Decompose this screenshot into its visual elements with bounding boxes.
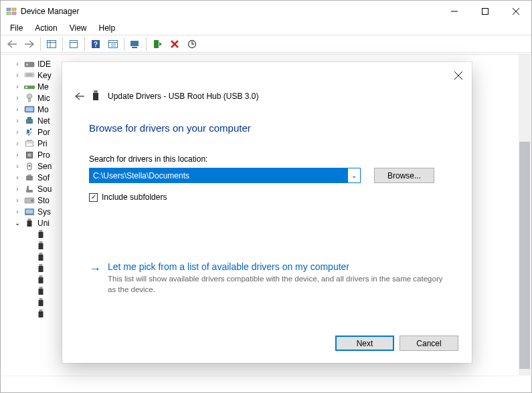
chevron-right-icon[interactable]: ›	[13, 117, 21, 124]
category-icon	[24, 116, 35, 126]
chevron-right-icon[interactable]: ›	[13, 83, 21, 90]
browse-button[interactable]: Browse...	[374, 168, 434, 183]
update-button[interactable]	[184, 36, 200, 52]
menubar: File Action View Help	[1, 21, 531, 35]
chevron-down-icon[interactable]: ⌄	[13, 219, 21, 227]
svg-rect-57	[27, 214, 31, 215]
svg-rect-52	[26, 190, 33, 192]
chevron-right-icon[interactable]: ›	[13, 185, 21, 192]
back-button[interactable]	[4, 36, 20, 52]
tree-item-label: Pri	[37, 139, 48, 148]
chevron-right-icon[interactable]: ›	[13, 60, 21, 68]
dialog-back-button[interactable]	[73, 92, 85, 101]
usb-icon	[37, 298, 44, 307]
svg-rect-81	[96, 91, 98, 92]
svg-rect-2	[7, 12, 11, 15]
path-value[interactable]: C:\Users\Stella\Documents	[90, 168, 348, 182]
chevron-down-icon[interactable]: ⌄	[348, 172, 360, 179]
category-icon	[24, 139, 35, 148]
checkbox-icon[interactable]: ✓	[89, 193, 98, 202]
menu-help[interactable]: Help	[94, 22, 121, 34]
svg-rect-68	[39, 275, 43, 277]
chevron-right-icon[interactable]: ›	[13, 208, 21, 215]
window-controls	[439, 1, 531, 21]
svg-rect-56	[26, 209, 33, 213]
app-icon	[6, 6, 17, 17]
svg-rect-20	[132, 47, 137, 48]
svg-rect-50	[26, 176, 33, 180]
pick-title: Let me pick from a list of available dri…	[108, 261, 445, 272]
svg-rect-37	[27, 117, 31, 119]
dialog-close-button[interactable]	[452, 69, 465, 82]
tree-item-label: Pro	[37, 150, 50, 160]
chevron-right-icon[interactable]: ›	[13, 151, 21, 158]
category-icon	[24, 207, 35, 217]
next-button[interactable]: Next	[335, 336, 394, 351]
dialog-buttons: Next Cancel	[335, 336, 458, 351]
cancel-button[interactable]: Cancel	[400, 336, 458, 351]
chevron-right-icon[interactable]: ›	[13, 140, 21, 147]
chevron-right-icon[interactable]: ›	[13, 106, 21, 113]
help-button[interactable]: ?	[88, 36, 104, 52]
scroll-thumb[interactable]	[519, 142, 530, 369]
svg-rect-72	[39, 298, 43, 300]
svg-rect-66	[39, 264, 43, 266]
svg-rect-36	[26, 119, 33, 124]
tree-item-label: Sto	[37, 196, 50, 205]
chevron-right-icon[interactable]: ›	[13, 72, 21, 79]
chevron-right-icon[interactable]: ›	[13, 94, 21, 102]
svg-rect-35	[26, 107, 33, 111]
category-icon	[24, 219, 35, 228]
chevron-right-icon[interactable]: ›	[13, 162, 21, 170]
path-combobox[interactable]: C:\Users\Stella\Documents ⌄	[89, 168, 361, 183]
category-icon	[24, 94, 35, 103]
svg-rect-5	[482, 8, 489, 14]
minimize-button[interactable]	[439, 1, 470, 21]
menu-view[interactable]: View	[64, 22, 92, 34]
tree-item-label: IDE	[37, 59, 51, 69]
svg-point-32	[27, 94, 32, 98]
chevron-right-icon[interactable]: ›	[13, 128, 21, 136]
close-button[interactable]	[501, 1, 531, 21]
enable-button[interactable]	[149, 36, 165, 52]
chevron-right-icon[interactable]: ›	[13, 174, 21, 181]
svg-rect-62	[39, 241, 43, 243]
usb-icon	[37, 230, 44, 239]
svg-rect-1	[12, 8, 16, 11]
uninstall-button[interactable]	[167, 36, 183, 52]
maximize-button[interactable]	[470, 1, 501, 21]
menu-file[interactable]: File	[5, 22, 28, 34]
svg-point-38	[27, 120, 29, 122]
tree-item-label: Sys	[37, 207, 51, 217]
svg-text:?: ?	[94, 41, 98, 48]
usb-icon	[37, 309, 44, 319]
action-button[interactable]	[105, 36, 121, 52]
menu-action[interactable]: Action	[29, 22, 62, 34]
usb-icon	[37, 241, 44, 251]
svg-rect-63	[39, 243, 43, 249]
tree-item-label: Sen	[37, 162, 52, 171]
show-hide-tree-button[interactable]	[43, 36, 60, 52]
category-icon	[24, 71, 35, 80]
search-location-label: Search for drivers in this location:	[89, 154, 207, 164]
svg-rect-26	[26, 63, 28, 66]
category-icon	[24, 59, 35, 69]
tree-item-label: Me	[37, 82, 49, 92]
dialog-heading: Browse for drivers on your computer	[89, 122, 251, 134]
include-subfolders-checkbox[interactable]: ✓ Include subfolders	[89, 192, 167, 202]
tree-item-label: Sof	[37, 173, 50, 182]
svg-rect-67	[39, 266, 43, 272]
forward-button[interactable]	[21, 36, 37, 52]
arrow-right-icon: →	[89, 263, 101, 275]
pick-from-list-option[interactable]: → Let me pick from a list of available d…	[89, 261, 445, 295]
chevron-right-icon[interactable]: ›	[13, 196, 21, 204]
scan-button[interactable]	[127, 36, 143, 52]
vertical-scrollbar[interactable]	[519, 55, 531, 376]
usb-icon	[37, 253, 44, 262]
svg-point-49	[29, 164, 31, 166]
svg-rect-44	[27, 144, 32, 146]
svg-rect-59	[27, 221, 32, 227]
svg-rect-31	[25, 86, 27, 88]
properties-button[interactable]	[66, 36, 82, 52]
tree-item-label: Sou	[37, 184, 52, 194]
